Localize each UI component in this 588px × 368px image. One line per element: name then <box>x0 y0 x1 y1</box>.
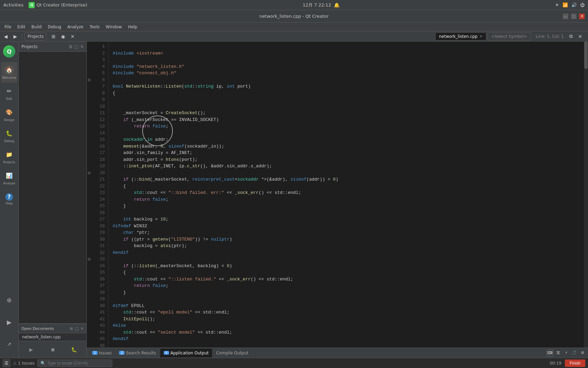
sidebar-item-extensions[interactable]: ⊕ <box>1 290 17 310</box>
network-icon[interactable]: 📶 <box>562 2 568 7</box>
design-icon: 🎨 <box>4 108 14 117</box>
title-bar-controls: — □ ✕ <box>563 14 585 19</box>
toolbar-icon-2[interactable]: ◉ <box>59 32 67 41</box>
sidebar-item-debug[interactable]: 🐛 Debug <box>1 125 17 146</box>
sidebar-projects-label: Projects <box>3 160 15 164</box>
qt-logo-circle: Q <box>3 45 15 58</box>
sidebar-item-bottom3[interactable]: ↗ <box>1 334 17 354</box>
menu-window[interactable]: Window <box>103 23 125 31</box>
menu-build[interactable]: Build <box>29 23 44 31</box>
issues-badge: 1 <box>92 351 98 355</box>
sidebar-item-design[interactable]: 🎨 Design <box>1 104 17 125</box>
line-numbers: 1 2 3 4 5 6 7 8 9 10 11 12 13 14 15 16 1 <box>92 42 109 348</box>
menu-debug[interactable]: Debug <box>45 23 64 31</box>
close-editor-icon[interactable]: ✕ <box>576 32 584 41</box>
sidebar-welcome-label: Welcome <box>2 76 16 79</box>
system-bar: Activities Q Qt Creator (Enterprise) 12月… <box>0 0 588 10</box>
line-col-info: Line: 1, Col: 1 <box>536 34 564 39</box>
bottom-icon-3[interactable]: 🎵 <box>571 350 578 356</box>
title-bar: network_listen.cpp - Qt Creator — □ ✕ <box>0 10 588 22</box>
split-editor-icon[interactable]: ⧉ <box>567 32 575 41</box>
analyze-icon: 📊 <box>4 171 14 181</box>
app-output-badge: 4 <box>164 351 169 355</box>
projects-window-icon[interactable]: □ <box>75 44 78 49</box>
bottom-tab-app-output[interactable]: 4 Application Output <box>160 349 212 357</box>
back-button[interactable]: ◀ <box>2 32 10 41</box>
search-box[interactable]: 🔍 <box>37 359 112 367</box>
panel-stop-btn[interactable]: ⏹ <box>49 346 56 353</box>
active-file-tab[interactable]: network_listen.cpp ✕ <box>435 32 486 41</box>
projects-pin-icon[interactable]: ⊞ <box>69 44 72 49</box>
bottom-icon-settings[interactable]: ⚙ <box>579 350 586 356</box>
sidebar-item-analyze[interactable]: 📊 Analyze <box>1 168 17 188</box>
panel-play-btn[interactable]: ▶ <box>28 346 35 353</box>
help-icon: ? <box>5 193 13 201</box>
sidebar-item-bottom2[interactable]: ▶ <box>1 312 17 332</box>
bottom-icon-1[interactable]: ⌨ <box>546 350 553 356</box>
symbol-select-tab[interactable]: <Select Symbol> <box>488 32 531 41</box>
projects-toolbar-tab[interactable]: Projects <box>24 32 47 41</box>
minimize-button[interactable]: — <box>563 14 568 19</box>
finish-button[interactable]: Finish <box>565 359 585 367</box>
activities-label[interactable]: Activities <box>3 2 23 7</box>
toolbar-close[interactable]: ✕ <box>68 32 77 41</box>
window-title: network_listen.cpp - Qt Creator <box>259 14 328 19</box>
sidebar-bottom-icons: ⊕ ▶ ↗ <box>1 290 17 358</box>
issues-tab-label: Issues <box>99 351 112 355</box>
scrollbar-thumb[interactable] <box>584 42 588 69</box>
menu-help[interactable]: Help <box>125 23 140 31</box>
sidebar-item-welcome[interactable]: 🏠 Welcome <box>1 62 17 82</box>
menu-bar: File Edit Build Debug Analyze Tools Wind… <box>0 22 588 31</box>
open-doc-filename: network_listen.cpp <box>22 335 61 339</box>
editor-scrollbar[interactable] <box>584 42 588 348</box>
code-editor[interactable]: ⊟ ⊟ <box>87 42 588 348</box>
volume-icon[interactable]: 🔊 <box>571 2 577 7</box>
bottom-tab-search-results[interactable]: 2 Search Results <box>116 349 159 357</box>
bottom-icon-2[interactable]: ⚡ <box>563 350 570 356</box>
open-docs-close-icon[interactable]: ✕ <box>81 326 84 331</box>
sidebar-item-help[interactable]: ? Help <box>1 189 17 209</box>
projects-header-icons: ⊞ □ ✕ <box>69 44 84 49</box>
open-doc-file[interactable]: network_listen.cpp <box>19 333 86 341</box>
menu-edit[interactable]: Edit <box>15 23 28 31</box>
sidebar-item-projects[interactable]: 📁 Projects <box>1 147 17 167</box>
active-file-tab-close[interactable]: ✕ <box>479 34 482 38</box>
notification-icon[interactable]: 🔔 <box>334 2 340 8</box>
sidebar-design-label: Design <box>4 118 14 122</box>
tab-icons: ⧉ ✕ <box>567 32 584 41</box>
search-results-tab-label: Search Results <box>126 351 156 355</box>
welcome-icon: 🏠 <box>4 65 14 75</box>
open-docs-window-icon[interactable]: □ <box>75 326 78 331</box>
restore-button[interactable]: □ <box>571 14 576 19</box>
projects-toolbar-label: Projects <box>28 34 44 39</box>
bottom-panel-icons: ⌨ 英 ⚡ 🎵 ⚙ <box>546 350 586 356</box>
menu-analyze[interactable]: Analyze <box>65 23 86 31</box>
toolbar-icon-1[interactable]: ⊞ <box>49 32 58 41</box>
projects-close-icon[interactable]: ✕ <box>80 44 84 49</box>
panel-debug-btn[interactable]: 🐛 <box>70 346 78 353</box>
open-docs-pin-icon[interactable]: ⊞ <box>70 326 73 331</box>
bottom-tab-issues[interactable]: 1 Issues <box>89 349 115 357</box>
power-icon[interactable]: ⏻ <box>580 2 585 7</box>
brightness-icon[interactable]: ☀ <box>555 2 559 7</box>
status-bar-menu-icon[interactable]: ☰ <box>3 359 10 367</box>
open-docs-header-icons: ⊞ □ ✕ <box>70 326 84 331</box>
forward-button[interactable]: ▶ <box>11 32 19 41</box>
projects-tree <box>19 52 86 323</box>
open-docs-header: Open Documents ⊞ □ ✕ <box>19 324 86 333</box>
bottom-tab-compile-output[interactable]: Compile Output <box>213 349 252 357</box>
search-results-badge: 2 <box>119 351 125 355</box>
close-button[interactable]: ✕ <box>579 14 585 19</box>
qt-logo-sidebar: Q <box>1 43 17 60</box>
search-input[interactable] <box>47 361 105 366</box>
status-issues-indicator[interactable]: ⚠ 1 Issues <box>13 361 35 366</box>
fold-gutter: ⊟ ⊟ <box>87 42 92 348</box>
system-bar-center: 12月 7 22:12 🔔 <box>303 2 340 8</box>
arrow-icon: ↗ <box>7 341 11 348</box>
bottom-panel-toolbar-icons: ⌨ 英 ⚡ 🎵 ⚙ <box>546 350 586 356</box>
menu-file[interactable]: File <box>2 23 14 31</box>
sidebar-item-edit[interactable]: ✏ Edit <box>1 83 17 104</box>
bottom-icon-lang[interactable]: 英 <box>555 350 561 356</box>
menu-tools[interactable]: Tools <box>87 23 102 31</box>
code-content[interactable]: #include <iostream> #include "network_li… <box>109 42 584 348</box>
